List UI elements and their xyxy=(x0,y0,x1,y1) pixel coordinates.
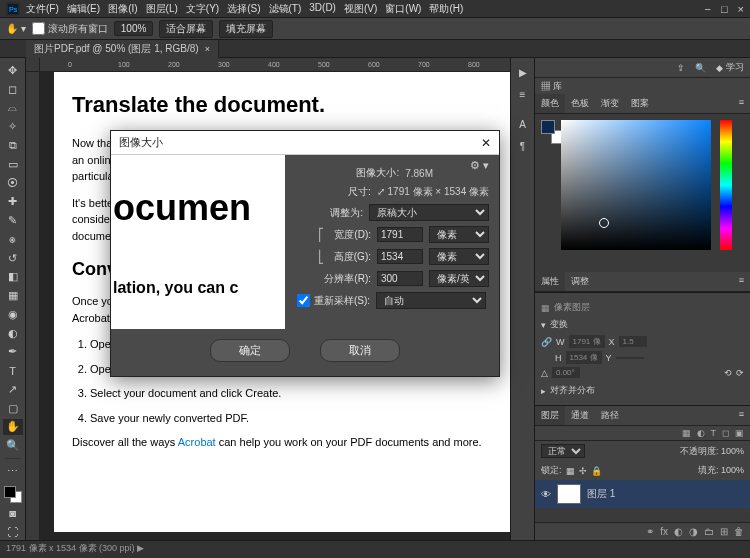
cancel-button[interactable]: 取消 xyxy=(320,339,400,362)
opacity-field[interactable]: 100% xyxy=(721,446,744,456)
layer-row[interactable]: 👁 图层 1 xyxy=(535,480,750,508)
brush-tool[interactable]: ✎ xyxy=(3,212,23,229)
wand-tool[interactable]: ✧ xyxy=(3,118,23,135)
heal-tool[interactable]: ✚ xyxy=(3,193,23,210)
tab-adjustments[interactable]: 调整 xyxy=(565,272,595,291)
fill-screen-button[interactable]: 填充屏幕 xyxy=(219,20,273,38)
filter-adj-icon[interactable]: ◐ xyxy=(697,428,705,438)
lock-all-icon[interactable]: 🔒 xyxy=(591,466,602,476)
layer-name[interactable]: 图层 1 xyxy=(587,487,615,501)
menu-window[interactable]: 窗口(W) xyxy=(385,2,421,16)
menu-image[interactable]: 图像(I) xyxy=(108,2,137,16)
visibility-icon[interactable]: 👁 xyxy=(541,489,551,500)
tab-color[interactable]: 颜色 xyxy=(535,94,565,113)
window-max[interactable]: □ xyxy=(721,3,728,15)
zoom-100-button[interactable]: 100% xyxy=(114,21,154,36)
color-field[interactable] xyxy=(561,120,711,250)
height-field[interactable]: 1534 像 xyxy=(566,351,602,364)
acrobat-link[interactable]: Acrobat xyxy=(178,436,216,448)
delete-icon[interactable]: 🗑 xyxy=(734,526,744,537)
hand-tool[interactable]: ✋ xyxy=(3,419,23,436)
menu-file[interactable]: 文件(F) xyxy=(26,2,59,16)
height-input[interactable] xyxy=(377,249,423,264)
eraser-tool[interactable]: ◧ xyxy=(3,268,23,285)
fill-field[interactable]: 100% xyxy=(721,465,744,475)
tab-patterns[interactable]: 图案 xyxy=(625,94,655,113)
filter-shape-icon[interactable]: ◻ xyxy=(722,428,729,438)
fit-to-select[interactable]: 原稿大小 xyxy=(369,204,489,221)
height-unit-select[interactable]: 像素 xyxy=(429,248,489,265)
lock-pixels-icon[interactable]: ▦ xyxy=(566,466,575,476)
search-icon[interactable]: 🔍 xyxy=(695,63,706,73)
width-input[interactable] xyxy=(377,227,423,242)
menu-select[interactable]: 选择(S) xyxy=(227,2,260,16)
play-icon[interactable]: ▶ xyxy=(515,64,531,80)
shape-tool[interactable]: ▢ xyxy=(3,400,23,417)
filter-smart-icon[interactable]: ▣ xyxy=(735,428,744,438)
window-min[interactable]: − xyxy=(704,3,710,15)
study-button[interactable]: ◆ 学习 xyxy=(716,61,744,74)
type-tool[interactable]: T xyxy=(3,362,23,379)
hue-slider[interactable] xyxy=(720,120,732,250)
dodge-tool[interactable]: ◐ xyxy=(3,325,23,342)
pen-tool[interactable]: ✒ xyxy=(3,343,23,360)
menu-layer[interactable]: 图层(L) xyxy=(146,2,178,16)
filter-pixel-icon[interactable]: ▦ xyxy=(682,428,691,438)
tab-paths[interactable]: 路径 xyxy=(595,406,625,425)
fx-icon[interactable]: fx xyxy=(660,526,668,537)
panel-menu-icon[interactable]: ≡ xyxy=(733,406,750,425)
stamp-tool[interactable]: ⎈ xyxy=(3,231,23,248)
width-field[interactable]: 1791 像 xyxy=(569,335,605,348)
quickmask-tool[interactable]: ◙ xyxy=(3,505,23,522)
resolution-input[interactable] xyxy=(377,271,423,286)
width-unit-select[interactable]: 像素 xyxy=(429,226,489,243)
path-tool[interactable]: ↗ xyxy=(3,381,23,398)
scroll-all-checkbox[interactable]: 滚动所有窗口 xyxy=(32,22,108,36)
hand-tool-icon[interactable]: ✋ ▾ xyxy=(6,23,26,34)
gradient-tool[interactable]: ▦ xyxy=(3,287,23,304)
tab-gradients[interactable]: 渐变 xyxy=(595,94,625,113)
window-close[interactable]: × xyxy=(738,3,744,15)
menu-help[interactable]: 帮助(H) xyxy=(429,2,463,16)
tab-properties[interactable]: 属性 xyxy=(535,272,565,291)
resolution-unit-select[interactable]: 像素/英寸 xyxy=(429,270,489,287)
y-field[interactable] xyxy=(616,357,644,359)
lasso-tool[interactable]: ⌓ xyxy=(3,100,23,117)
layer-thumbnail[interactable] xyxy=(557,484,581,504)
menu-type[interactable]: 文字(Y) xyxy=(186,2,219,16)
menu-filter[interactable]: 滤镜(T) xyxy=(269,2,302,16)
history-brush-tool[interactable]: ↺ xyxy=(3,250,23,267)
link-wh-icon[interactable]: ⎣ xyxy=(318,250,324,264)
dialog-close[interactable]: ✕ xyxy=(481,136,491,150)
angle-field[interactable]: 0.00° xyxy=(552,367,580,378)
flip-v-icon[interactable]: ⟳ xyxy=(736,368,744,378)
ok-button[interactable]: 确定 xyxy=(210,339,290,362)
tab-swatches[interactable]: 色板 xyxy=(565,94,595,113)
panel-menu-icon[interactable]: ≡ xyxy=(733,272,750,291)
resample-checkbox[interactable]: 重新采样(S): xyxy=(297,294,370,308)
tab-channels[interactable]: 通道 xyxy=(565,406,595,425)
history-icon[interactable]: ≡ xyxy=(515,86,531,102)
gear-icon[interactable]: ⚙ ▾ xyxy=(470,159,489,172)
para-icon[interactable]: ¶ xyxy=(515,138,531,154)
x-field[interactable]: 1.5 xyxy=(619,336,647,347)
char-icon[interactable]: A xyxy=(515,116,531,132)
resample-select[interactable]: 自动 xyxy=(376,292,486,309)
frame-tool[interactable]: ▭ xyxy=(3,156,23,173)
new-layer-icon[interactable]: ⊞ xyxy=(720,526,728,537)
panel-menu-icon[interactable]: ≡ xyxy=(733,94,750,113)
tab-layers[interactable]: 图层 xyxy=(535,406,565,425)
filter-type-icon[interactable]: T xyxy=(711,428,717,438)
tab-close[interactable]: × xyxy=(205,44,210,54)
link-icon[interactable]: 🔗 xyxy=(541,337,552,347)
link-wh-icon[interactable]: ⎡ xyxy=(318,228,324,242)
color-swatch[interactable] xyxy=(4,486,22,503)
mask-icon[interactable]: ◐ xyxy=(674,526,683,537)
fit-screen-button[interactable]: 适合屏幕 xyxy=(159,20,213,38)
screenmode-tool[interactable]: ⛶ xyxy=(3,523,23,540)
link-layers-icon[interactable]: ⚭ xyxy=(646,526,654,537)
share-icon[interactable]: ⇪ xyxy=(677,63,685,73)
blur-tool[interactable]: ◉ xyxy=(3,306,23,323)
zoom-tool[interactable]: 🔍 xyxy=(3,437,23,454)
flip-h-icon[interactable]: ⟲ xyxy=(724,368,732,378)
